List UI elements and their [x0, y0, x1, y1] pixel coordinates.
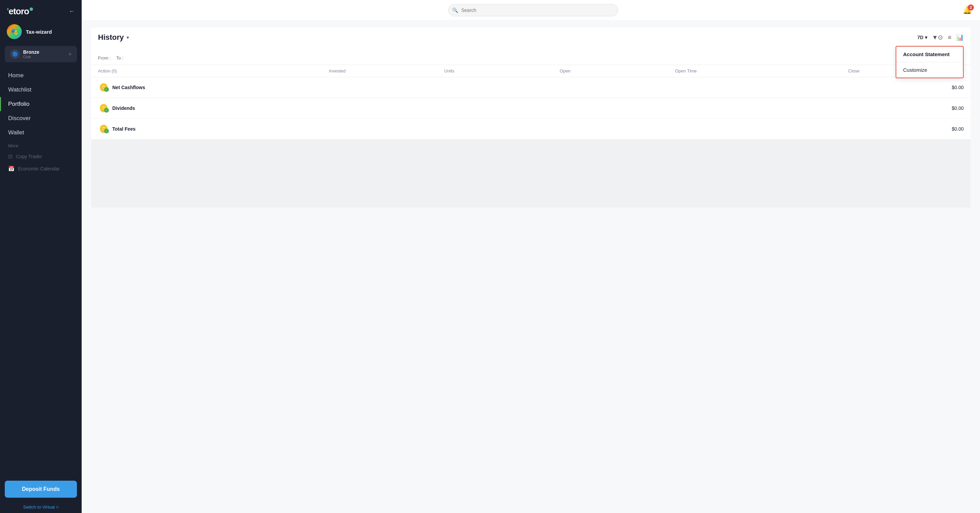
- economic-calendar-label: Economic Calendar: [18, 166, 60, 172]
- sidebar-header: 'etoro ←: [0, 0, 82, 20]
- dividends-coin-icon: 🪙 ↑: [98, 103, 109, 114]
- dividends-label: Dividends: [112, 105, 135, 111]
- collapse-button[interactable]: ←: [69, 8, 75, 15]
- avatar: 🎭: [7, 24, 22, 39]
- row-label-total-fees: 🪙 ↑ Total Fees: [98, 124, 329, 134]
- col-action: Action (0): [98, 68, 329, 73]
- empty-area: [91, 140, 970, 208]
- calendar-icon: 📅: [8, 166, 14, 172]
- to-label: To :: [116, 56, 124, 60]
- switch-to-virtual-button[interactable]: Switch to Virtual >: [0, 501, 82, 513]
- table-container: History ▾ 7D ▾ ▼⊙ ≡ 📊 Account Statement: [91, 27, 970, 140]
- customize-option[interactable]: Customize: [896, 62, 963, 78]
- copy-trader-icon: ⊡: [8, 153, 13, 160]
- net-cashflows-label: Net Cashflows: [112, 85, 145, 90]
- row-label-dividends: 🪙 ↑ Dividends: [98, 103, 329, 114]
- sidebar-item-economic-calendar[interactable]: 📅 Economic Calendar: [0, 163, 82, 175]
- total-fees-label: Total Fees: [112, 126, 135, 132]
- history-title-wrap: History ▾: [98, 33, 129, 42]
- notification-badge: 2: [968, 5, 974, 11]
- main-content: 🔍 🔔 2 History ▾ 7D ▾ ▼⊙: [82, 0, 980, 513]
- sidebar-item-home[interactable]: Home: [0, 68, 82, 83]
- copy-trader-label: Copy Trader: [16, 154, 42, 159]
- coin-stack-icon: 🪙 ↑: [98, 82, 109, 93]
- toolbar-right: 7D ▾ ▼⊙ ≡ 📊 Account Statement Customize: [917, 34, 964, 41]
- row-label-net-cashflows: 🪙 ↑ Net Cashflows: [98, 82, 329, 93]
- dropdown-menu: Account Statement Customize: [896, 46, 964, 78]
- nav-menu: Home Watchlist Portfolio Discover Wallet…: [0, 65, 82, 476]
- chart-icon[interactable]: 📊: [956, 34, 964, 41]
- sidebar-item-copy-trader[interactable]: ⊡ Copy Trader: [0, 150, 82, 163]
- watchlist-label: Watchlist: [8, 86, 31, 93]
- net-cashflows-value: $0.00: [848, 85, 964, 90]
- sidebar-item-discover[interactable]: Discover: [0, 111, 82, 125]
- col-open-time: Open Time: [675, 68, 848, 73]
- club-info: 🔵 Bronze Club: [10, 49, 39, 59]
- wallet-label: Wallet: [8, 129, 24, 136]
- from-label: From :: [98, 56, 111, 60]
- table-row[interactable]: 🪙 ↑ Total Fees $0.00: [91, 119, 970, 140]
- sidebar-item-wallet[interactable]: Wallet: [0, 125, 82, 140]
- dividends-value: $0.00: [848, 105, 964, 111]
- notification-button[interactable]: 🔔 2: [963, 6, 972, 14]
- page-title: History: [98, 33, 124, 42]
- sidebar-item-watchlist[interactable]: Watchlist: [0, 83, 82, 97]
- search-icon: 🔍: [452, 8, 458, 13]
- discover-label: Discover: [8, 115, 30, 122]
- col-units: Units: [444, 68, 560, 73]
- list-icon[interactable]: ≡: [948, 34, 951, 41]
- table-row[interactable]: 🪙 ↑ Net Cashflows $0.00: [91, 77, 970, 98]
- filters-row: From : To :: [91, 53, 970, 65]
- fees-coin-icon: 🪙 ↑: [98, 124, 109, 134]
- portfolio-label: Portfolio: [8, 101, 29, 108]
- club-badge[interactable]: 🔵 Bronze Club >: [5, 46, 77, 62]
- col-invested: Invested: [329, 68, 444, 73]
- history-header: History ▾ 7D ▾ ▼⊙ ≡ 📊 Account Statement: [91, 27, 970, 47]
- more-label: More: [0, 140, 82, 150]
- table-header: Action (0) Invested Units Open Open Time…: [91, 65, 970, 77]
- col-open: Open: [560, 68, 675, 73]
- sidebar: 'etoro ← 🎭 Tax-wizard 🔵 Bronze Club > Ho…: [0, 0, 82, 513]
- history-container: History ▾ 7D ▾ ▼⊙ ≡ 📊 Account Statement: [82, 21, 980, 513]
- search-input[interactable]: [448, 4, 618, 16]
- history-dropdown-arrow-icon[interactable]: ▾: [127, 35, 129, 40]
- logo: 'etoro: [7, 6, 33, 17]
- period-selector-button[interactable]: 7D ▾: [917, 35, 927, 40]
- user-profile: 🎭 Tax-wizard: [0, 20, 82, 43]
- club-tier: Club: [23, 55, 39, 59]
- deposit-funds-button[interactable]: Deposit Funds: [5, 481, 77, 498]
- period-chevron-icon: ▾: [925, 35, 927, 40]
- filter-icon[interactable]: ▼⊙: [932, 34, 943, 41]
- club-name: Bronze: [23, 49, 39, 55]
- club-icon: 🔵: [10, 49, 20, 59]
- search-bar: 🔍: [448, 4, 618, 16]
- username: Tax-wizard: [26, 29, 52, 35]
- sidebar-item-portfolio[interactable]: Portfolio: [0, 97, 82, 111]
- account-statement-option[interactable]: Account Statement: [896, 47, 963, 62]
- period-value: 7D: [917, 35, 924, 40]
- home-label: Home: [8, 72, 24, 79]
- table-row[interactable]: 🪙 ↑ Dividends $0.00: [91, 98, 970, 119]
- topbar: 🔍 🔔 2: [82, 0, 980, 21]
- club-chevron-icon: >: [69, 51, 72, 57]
- total-fees-value: $0.00: [848, 126, 964, 132]
